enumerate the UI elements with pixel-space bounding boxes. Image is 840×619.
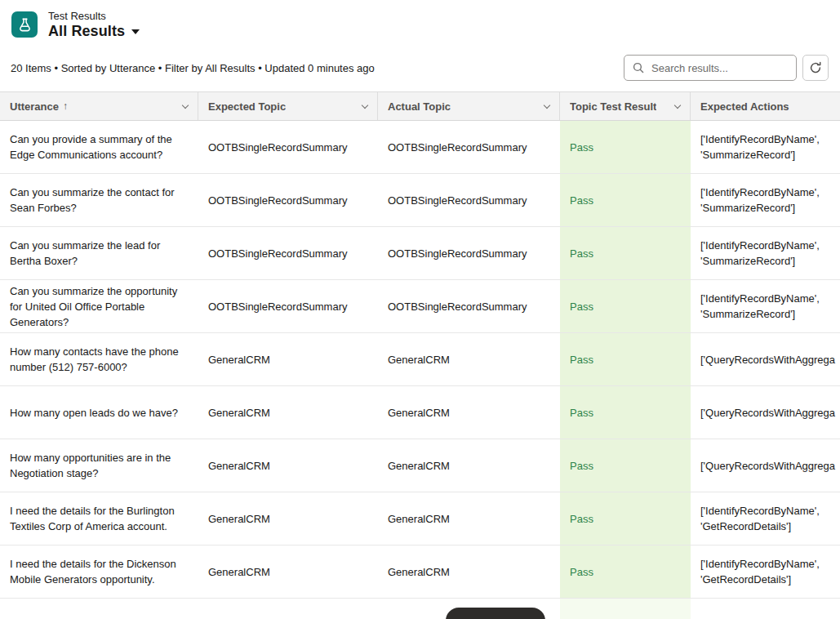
refresh-button[interactable]: [802, 55, 829, 81]
column-header[interactable]: Actual Topic: [378, 92, 560, 120]
cell-expected-actions: ['IdentifyRecordByName', 'SummarizeRecor…: [691, 174, 840, 226]
cell-text: OOTBSingleRecordSummary: [208, 246, 348, 261]
cell-expected-actions: ['IdentifyRecordByName', 'GetRecordDetai…: [691, 546, 840, 598]
cell-text: GeneralCRM: [208, 405, 270, 421]
cell-actual-topic: OOTBSingleRecordSummary: [378, 280, 560, 332]
search-box[interactable]: [624, 55, 797, 81]
column-menu-button[interactable]: [356, 100, 371, 114]
cell-expected-actions: ['IdentifyRecordByName', 'GetRecordDetai…: [691, 492, 840, 545]
cell-text: ['QueryRecordsWithAggrega: [700, 458, 835, 474]
cell-text: OOTBSingleRecordSummary: [388, 193, 527, 208]
cell-expected-actions: ['IdentifyRecordByName',: [691, 599, 840, 619]
list-status-text: 20 Items • Sorted by Utterance • Filter …: [11, 62, 375, 74]
status-badge: Pass: [570, 352, 593, 367]
column-header[interactable]: Expected Topic: [198, 92, 378, 120]
cell-text: OOTBSingleRecordSummary: [208, 299, 348, 314]
cell-text: Can you provide a summary of the Edge Co…: [10, 131, 189, 163]
cell-utterance: Can you provide a summary of the Edge Co…: [0, 121, 198, 173]
cell-text: GeneralCRM: [388, 511, 450, 527]
list-toolbar: 20 Items • Sorted by Utterance • Filter …: [0, 49, 840, 91]
cell-text: GeneralCRM: [388, 458, 450, 474]
column-header[interactable]: Topic Test Result: [560, 92, 691, 120]
cell-text: ['IdentifyRecordByName', 'SummarizeRecor…: [700, 131, 840, 163]
cell-expected-topic: OOTBSingleRecordSummary: [198, 174, 378, 226]
search-input[interactable]: [650, 61, 788, 75]
column-header[interactable]: Utterance ↑: [0, 92, 198, 120]
cell-expected-topic: OOTBSingleRecordSummary: [198, 121, 378, 173]
cell-text: How many contacts have the phone number …: [10, 344, 189, 375]
chevron-down-icon: [362, 101, 368, 108]
table-row[interactable]: I need the details for the Dickenson Mob…: [0, 546, 840, 599]
cell-utterance: How many open leads do we have?: [0, 386, 198, 439]
cell-expected-actions: ['QueryRecordsWithAggrega: [691, 386, 840, 439]
cell-utterance: Can you summarize the opportunity for Un…: [0, 280, 198, 332]
cell-text: GeneralCRM: [388, 564, 450, 580]
cell-text: OOTBSingleRecordSummary: [208, 193, 348, 208]
cell-text: I need the details for the Dickenson Mob…: [10, 556, 189, 587]
cell-topic-test-result: Pass: [560, 386, 691, 439]
cell-expected-actions: ['QueryRecordsWithAggrega: [691, 439, 840, 492]
table-row[interactable]: Can you summarize the opportunity for Un…: [0, 280, 840, 333]
table-row[interactable]: I need the details for the Burlington Te…: [0, 492, 840, 546]
cell-expected-topic: [198, 599, 378, 619]
table-row[interactable]: How many open leads do we have? GeneralC…: [0, 386, 840, 439]
chevron-down-icon: [131, 29, 140, 34]
status-badge: Pass: [570, 405, 593, 421]
cell-topic-test-result: Pass: [560, 599, 691, 619]
cell-text: OOTBSingleRecordSummary: [388, 140, 527, 155]
cell-topic-test-result: Pass: [560, 333, 691, 385]
table-row[interactable]: Can you summarize the contact for Sean F…: [0, 174, 840, 227]
flask-icon: [11, 11, 38, 38]
cell-utterance: I need the details for the Dickenson Mob…: [0, 546, 198, 598]
table-row[interactable]: How many opportunities are in the Negoti…: [0, 439, 840, 492]
page-header: Test Results All Results: [0, 0, 840, 49]
cell-text: OOTBSingleRecordSummary: [388, 246, 527, 261]
toolbar-actions: [624, 55, 829, 81]
status-badge: Pass: [570, 511, 593, 527]
refresh-icon: [809, 61, 822, 74]
cell-expected-topic: GeneralCRM: [198, 439, 378, 492]
cell-topic-test-result: Pass: [560, 174, 691, 226]
cell-expected-actions: ['QueryRecordsWithAggrega: [691, 333, 840, 385]
cell-text: ['IdentifyRecordByName', 'GetRecordDetai…: [700, 556, 840, 587]
cell-topic-test-result: Pass: [560, 227, 691, 279]
cell-text: How many opportunities are in the Negoti…: [10, 450, 189, 481]
sort-asc-icon: ↑: [63, 100, 68, 112]
cell-utterance: How many opportunities are in the Negoti…: [0, 439, 198, 492]
cell-text: Can you summarize the contact for Sean F…: [10, 185, 189, 216]
table-header-row: Utterance ↑ Expected Topic Actual Topic …: [0, 92, 840, 121]
list-view-selector[interactable]: All Results: [48, 23, 140, 40]
search-icon: [633, 62, 644, 73]
column-menu-button[interactable]: [538, 100, 553, 114]
cell-text: ['IdentifyRecordByName', 'SummarizeRecor…: [700, 185, 840, 216]
results-table: Utterance ↑ Expected Topic Actual Topic …: [0, 91, 840, 619]
cell-utterance: Can you summarize the contact for Sean F…: [0, 174, 198, 226]
table-row[interactable]: Can you summarize the lead for Bertha Bo…: [0, 227, 840, 280]
table-row[interactable]: I need the details for the lead Phyllis …: [0, 599, 840, 619]
table-row[interactable]: Can you provide a summary of the Edge Co…: [0, 121, 840, 174]
column-label: Actual Topic: [388, 100, 451, 113]
cell-actual-topic: GeneralCRM: [378, 492, 560, 545]
column-label: Utterance: [10, 100, 59, 113]
column-header[interactable]: Expected Actions: [691, 92, 840, 120]
column-label: Expected Actions: [700, 100, 789, 113]
column-menu-button[interactable]: [669, 100, 683, 114]
cell-utterance: How many contacts have the phone number …: [0, 333, 198, 385]
cell-expected-topic: OOTBSingleRecordSummary: [198, 280, 378, 332]
cell-expected-topic: GeneralCRM: [198, 333, 378, 385]
status-badge: Pass: [570, 458, 593, 474]
cell-expected-topic: GeneralCRM: [198, 546, 378, 598]
cell-text: OOTBSingleRecordSummary: [208, 140, 348, 155]
cell-actual-topic: OOTBSingleRecordSummary: [378, 227, 560, 279]
cell-topic-test-result: Pass: [560, 280, 691, 332]
cell-actual-topic: GeneralCRM: [378, 546, 560, 598]
column-label: Expected Topic: [208, 100, 286, 113]
table-row[interactable]: How many contacts have the phone number …: [0, 333, 840, 386]
cell-text: ['IdentifyRecordByName', 'SummarizeRecor…: [700, 238, 840, 269]
cell-text: GeneralCRM: [208, 458, 270, 474]
cell-expected-actions: ['IdentifyRecordByName', 'SummarizeRecor…: [691, 121, 840, 173]
status-badge: Pass: [570, 246, 593, 261]
column-menu-button[interactable]: [176, 100, 191, 114]
status-badge: Pass: [570, 193, 593, 208]
cell-actual-topic: GeneralCRM: [378, 333, 560, 385]
